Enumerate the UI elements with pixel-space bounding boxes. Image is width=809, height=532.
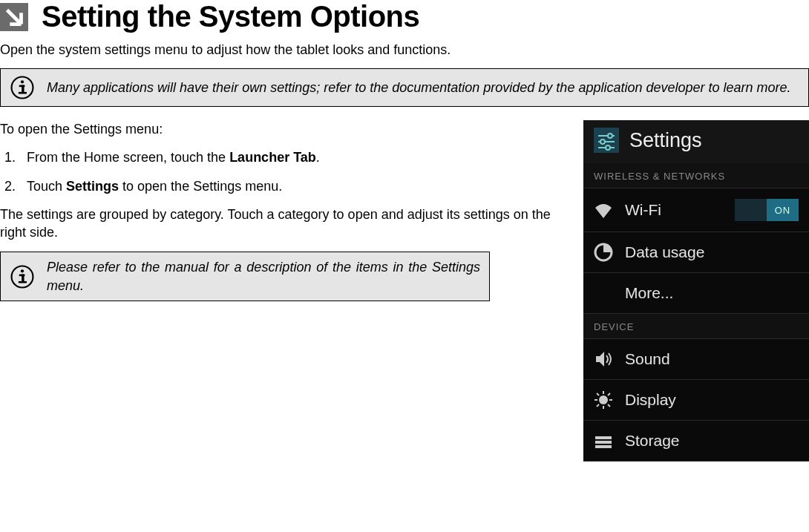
section-device: DEVICE xyxy=(583,314,809,339)
phone-screenshot: Settings WIRELESS & NETWORKS Wi-Fi ON Da… xyxy=(583,120,809,462)
svg-rect-28 xyxy=(595,436,612,439)
info-text-2: Please refer to the manual for a descrip… xyxy=(47,258,480,295)
svg-rect-10 xyxy=(19,281,27,283)
sound-icon xyxy=(594,349,613,369)
svg-line-26 xyxy=(597,404,599,407)
svg-rect-29 xyxy=(595,441,612,444)
info-icon xyxy=(10,75,35,100)
info-box-2: Please refer to the manual for a descrip… xyxy=(0,252,490,301)
svg-point-19 xyxy=(599,395,608,404)
sound-label: Sound xyxy=(625,350,799,368)
arrow-down-right-icon xyxy=(0,3,28,31)
svg-rect-5 xyxy=(19,92,27,94)
step-2: Touch Settings to open the Settings menu… xyxy=(19,177,561,195)
svg-line-27 xyxy=(608,393,610,395)
svg-point-7 xyxy=(21,269,24,272)
svg-point-2 xyxy=(21,80,24,83)
steps-list: From the Home screen, touch the Launcher… xyxy=(0,148,561,195)
lead-text: To open the Settings menu: xyxy=(0,120,561,138)
page-title: Setting the System Options xyxy=(42,0,419,33)
storage-icon xyxy=(594,431,613,450)
svg-line-25 xyxy=(608,404,610,407)
paragraph-categories: The settings are grouped by category. To… xyxy=(0,206,561,242)
wifi-label: Wi-Fi xyxy=(625,201,723,219)
display-icon xyxy=(594,390,613,410)
intro-text: Open the system settings menu to adjust … xyxy=(0,42,809,58)
settings-item-more[interactable]: More... xyxy=(583,273,809,314)
svg-point-13 xyxy=(608,134,612,138)
more-label: More... xyxy=(625,284,799,302)
section-wireless: WIRELESS & NETWORKS xyxy=(583,163,809,188)
data-usage-icon xyxy=(594,243,613,262)
settings-item-display[interactable]: Display xyxy=(583,380,809,421)
wifi-toggle-on: ON xyxy=(767,199,799,221)
data-usage-label: Data usage xyxy=(625,243,799,261)
phone-header: Settings xyxy=(583,120,809,163)
wifi-toggle[interactable]: ON xyxy=(735,199,799,221)
settings-item-data-usage[interactable]: Data usage xyxy=(583,232,809,273)
settings-item-wifi[interactable]: Wi-Fi ON xyxy=(583,188,809,232)
phone-title: Settings xyxy=(629,129,702,152)
storage-label: Storage xyxy=(625,432,799,450)
info-icon xyxy=(10,264,35,289)
svg-point-15 xyxy=(600,139,605,144)
step-1: From the Home screen, touch the Launcher… xyxy=(19,148,561,166)
display-label: Display xyxy=(625,391,799,409)
svg-line-24 xyxy=(597,393,599,395)
svg-rect-30 xyxy=(595,445,612,448)
settings-app-icon xyxy=(594,128,619,153)
settings-item-sound[interactable]: Sound xyxy=(583,339,809,380)
info-box-1: Many applications will have their own se… xyxy=(0,68,809,107)
info-text-1: Many applications will have their own se… xyxy=(47,79,791,96)
wifi-icon xyxy=(594,200,613,220)
settings-item-storage[interactable]: Storage xyxy=(583,421,809,462)
svg-point-17 xyxy=(606,145,610,150)
